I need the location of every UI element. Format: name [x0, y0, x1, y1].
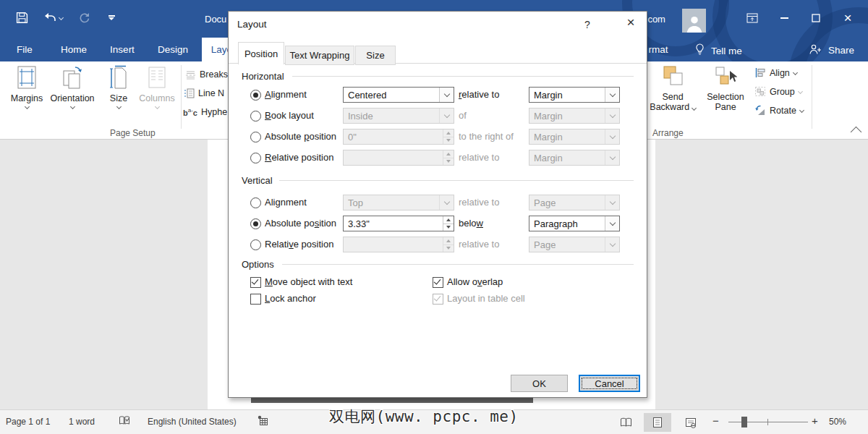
help-icon[interactable]: ?	[584, 19, 590, 30]
v-absolute-position-label: Absolute position	[265, 218, 336, 229]
chevron-down-icon	[439, 88, 454, 102]
h-relative-to-label-2: relative to	[459, 152, 499, 163]
window-controls: ×	[736, 3, 864, 33]
dialog-close-icon[interactable]: ×	[619, 13, 642, 32]
v-relative-to-select[interactable]: Page	[529, 195, 620, 210]
h-absolute-position-radio[interactable]	[250, 132, 261, 142]
spin-up-icon	[443, 237, 454, 244]
align-button[interactable]: Align	[754, 67, 797, 78]
tab-home[interactable]: Home	[52, 38, 95, 61]
collapse-ribbon-icon[interactable]	[851, 127, 862, 138]
hyphenation-button[interactable]: ba-c Hyphe	[183, 107, 227, 117]
proofing-icon[interactable]	[119, 415, 130, 428]
v-alignment-radio[interactable]	[250, 197, 261, 208]
size-button[interactable]: Size	[104, 65, 133, 109]
zoom-slider-tick	[767, 419, 768, 425]
spin-down-icon	[443, 244, 454, 252]
v-relative-to-select-2[interactable]: Page	[529, 237, 620, 252]
lock-anchor-checkbox[interactable]	[250, 294, 261, 305]
minimize-button[interactable]	[768, 3, 800, 33]
zoom-level[interactable]: 50%	[829, 417, 846, 427]
close-button[interactable]: ×	[832, 3, 864, 33]
tab-file[interactable]: File	[6, 38, 43, 61]
columns-button[interactable]: Columns	[137, 65, 176, 109]
selection-pane-icon	[714, 65, 737, 88]
page-indicator[interactable]: Page 1 of 1	[6, 417, 50, 427]
section-horizontal: Horizontal	[242, 71, 284, 82]
h-of-label: of	[459, 110, 467, 121]
h-book-layout-radio[interactable]	[250, 111, 261, 122]
tab-insert[interactable]: Insert	[100, 38, 145, 61]
tell-me[interactable]: Tell me	[694, 43, 742, 58]
chevron-down-icon	[605, 109, 619, 123]
v-relative-position-input[interactable]	[343, 237, 454, 252]
tab-position[interactable]: Position	[238, 42, 284, 64]
document-object-edge	[251, 397, 533, 403]
save-icon[interactable]	[14, 10, 29, 25]
quick-access-toolbar	[14, 10, 119, 25]
v-absolute-position-input[interactable]: 3.33"	[343, 216, 454, 231]
layout-in-table-cell-checkbox	[433, 294, 443, 305]
move-object-with-text-checkbox[interactable]	[250, 277, 261, 288]
word-count[interactable]: 1 word	[69, 417, 95, 427]
h-alignment-select[interactable]: Centered	[343, 87, 454, 103]
customize-qat-button[interactable]	[104, 10, 119, 25]
v-alignment-select[interactable]: Top	[343, 195, 454, 210]
send-backward-button[interactable]: Send Backward	[645, 65, 700, 112]
h-absolute-position-input[interactable]: 0"	[343, 129, 454, 145]
h-relative-to-select[interactable]: Margin	[529, 87, 620, 103]
v-absolute-position-radio[interactable]	[250, 218, 261, 229]
tab-size[interactable]: Size	[355, 46, 396, 65]
rotate-button[interactable]: Rotate	[754, 105, 804, 116]
share-button[interactable]: Share	[809, 43, 854, 57]
zoom-in-button[interactable]: +	[812, 414, 818, 427]
size-icon	[109, 65, 129, 90]
spin-up-icon	[443, 129, 454, 137]
margins-icon	[16, 65, 38, 90]
chevron-down-icon	[605, 150, 619, 165]
group-separator	[181, 65, 182, 129]
web-layout-button[interactable]	[677, 413, 705, 432]
tab-text-wrapping[interactable]: Text Wrapping	[285, 46, 354, 65]
group-icon	[754, 86, 766, 97]
read-mode-button[interactable]	[612, 413, 639, 432]
v-relative-position-radio[interactable]	[250, 239, 261, 250]
breaks-button[interactable]: Breaks	[185, 69, 228, 80]
selection-pane-button[interactable]: Selection Pane	[703, 65, 748, 112]
redo-button[interactable]	[77, 10, 91, 25]
allow-overlap-checkbox[interactable]	[433, 277, 443, 288]
h-book-layout-select[interactable]: Inside	[343, 108, 454, 124]
line-numbers-button[interactable]: Line N	[183, 88, 224, 98]
zoom-out-button[interactable]: −	[712, 414, 719, 427]
print-layout-button[interactable]	[644, 413, 671, 432]
group-label-arrange: Arrange	[652, 128, 684, 138]
h-relative-position-radio[interactable]	[250, 153, 261, 163]
avatar[interactable]	[682, 9, 706, 33]
h-relative-to-select-2[interactable]: Margin	[529, 150, 620, 166]
tab-design[interactable]: Design	[149, 38, 197, 61]
zoom-slider-track[interactable]	[728, 422, 808, 422]
ok-button[interactable]: OK	[511, 375, 568, 392]
group-button[interactable]: Group	[754, 86, 802, 97]
undo-button[interactable]	[42, 10, 64, 25]
h-relative-position-input[interactable]	[343, 150, 454, 166]
v-below-select[interactable]: Paragraph	[529, 216, 620, 231]
h-alignment-radio[interactable]	[250, 90, 261, 101]
language-indicator[interactable]: English (United States)	[148, 417, 237, 427]
h-to-the-right-of-select[interactable]: Margin	[529, 129, 620, 145]
macro-icon[interactable]	[258, 415, 268, 428]
lightbulb-icon	[694, 43, 705, 58]
spin-down-icon	[443, 224, 454, 231]
window-title: Docu	[205, 14, 226, 25]
restore-button[interactable]	[800, 3, 832, 33]
orientation-button[interactable]: Orientation	[48, 65, 97, 109]
cancel-button[interactable]: Cancel	[579, 375, 640, 392]
h-of-select[interactable]: Margin	[529, 108, 620, 124]
chevron-down-icon	[605, 237, 619, 252]
ribbon-display-options-icon[interactable]	[736, 3, 768, 33]
zoom-slider-thumb[interactable]	[741, 417, 747, 427]
h-relative-to-label: relative to	[459, 89, 499, 100]
send-backward-icon	[662, 65, 684, 88]
v-relative-position-label: Relative position	[265, 239, 333, 250]
margins-button[interactable]: Margins	[9, 65, 45, 109]
